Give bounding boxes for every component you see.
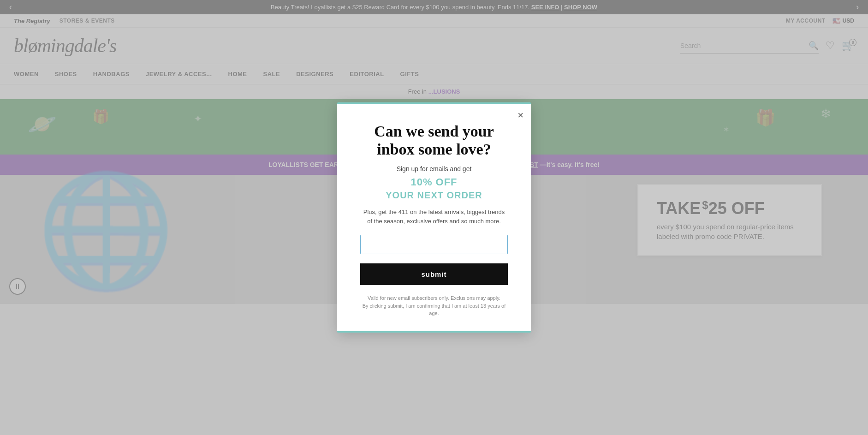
- email-input[interactable]: [360, 235, 508, 254]
- modal-footer-line1: Valid for new email subscribers only. Ex…: [360, 294, 508, 302]
- modal-description: Plus, get the 411 on the latest arrivals…: [360, 208, 508, 226]
- modal-heading: Can we send your inbox some love?: [360, 122, 508, 158]
- modal-overlay[interactable]: × Can we send your inbox some love? Sign…: [0, 0, 868, 435]
- email-modal: × Can we send your inbox some love? Sign…: [337, 102, 531, 333]
- modal-discount-line1: 10% OFF: [360, 176, 508, 188]
- modal-discount-line2: YOUR NEXT ORDER: [360, 190, 508, 201]
- modal-close-button[interactable]: ×: [517, 109, 523, 121]
- submit-button[interactable]: submit: [360, 263, 508, 285]
- modal-footer-line2: By clicking submit, I am confirming that…: [360, 302, 508, 317]
- modal-subtext: Sign up for emails and get: [360, 165, 508, 173]
